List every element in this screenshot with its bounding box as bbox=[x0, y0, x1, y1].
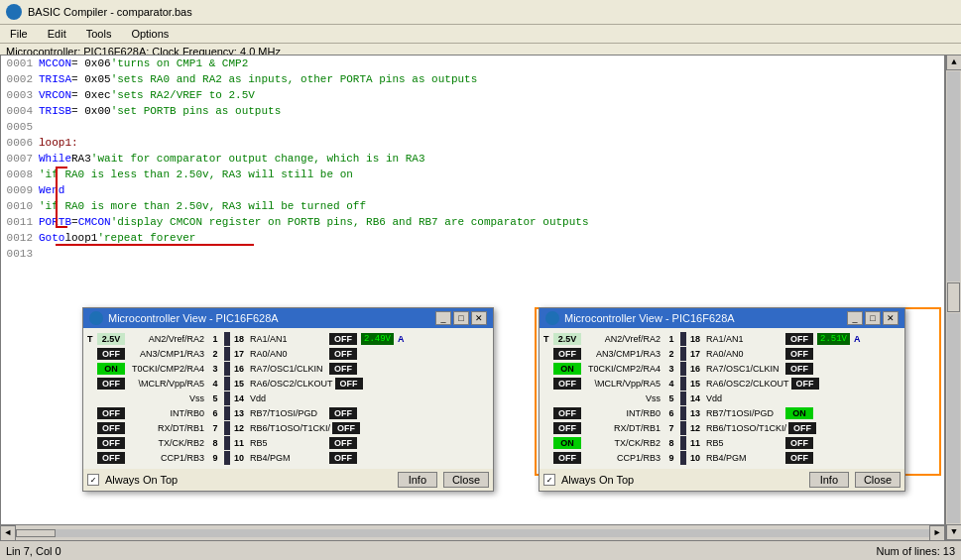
maximize-btn-1[interactable]: □ bbox=[453, 311, 469, 325]
menu-file[interactable]: File bbox=[6, 27, 32, 41]
always-on-top-check-2[interactable]: ✓ bbox=[543, 474, 555, 486]
scroll-right-btn[interactable]: ► bbox=[929, 525, 945, 541]
right-pin-status: OFF bbox=[329, 407, 357, 419]
left-pin-num: 4 bbox=[664, 379, 678, 389]
info-button-1[interactable]: Info bbox=[398, 472, 437, 488]
pin-row: Vss514Vdd bbox=[543, 392, 861, 405]
minimize-btn-1[interactable]: _ bbox=[435, 311, 451, 325]
pin-row: OFFRX/DT/RB1712RB6/T1OSO/T1CKI/OFF bbox=[543, 421, 861, 435]
right-pin-label: RA7/OSC1/CLKIN bbox=[248, 364, 327, 374]
right-pin-status: OFF bbox=[785, 333, 813, 345]
scroll-up-btn[interactable]: ▲ bbox=[946, 55, 961, 70]
code-token: 'repeat forever bbox=[97, 232, 195, 244]
menu-edit[interactable]: Edit bbox=[44, 27, 70, 41]
line-number: 0009 bbox=[1, 184, 39, 196]
right-pin-num: 14 bbox=[232, 393, 246, 403]
code-token: MCCON bbox=[39, 57, 71, 69]
left-pin-num: 2 bbox=[664, 349, 678, 359]
scrollbar-horizontal[interactable]: ◄ ► bbox=[0, 524, 945, 540]
code-token: 'sets RA2/VREF to 2.5V bbox=[111, 89, 255, 101]
scroll-left-btn[interactable]: ◄ bbox=[0, 525, 16, 541]
left-pin-status: 2.5V bbox=[97, 333, 125, 345]
left-pin-label: CCP1/RB3 bbox=[583, 453, 662, 463]
left-pin-num: 1 bbox=[208, 334, 222, 344]
win-controls-1[interactable]: _ □ ✕ bbox=[435, 311, 487, 325]
right-pin-label: RB6/T1OSO/T1CKI/ bbox=[704, 423, 786, 433]
code-token: = 0x06 bbox=[71, 57, 111, 69]
right-pin-status: OFF bbox=[329, 437, 357, 449]
pin-row: OFF\MCLR/Vpp/RA5415RA6/OSC2/CLKOUTOFF bbox=[87, 377, 405, 391]
code-token: Wend bbox=[39, 184, 64, 196]
line-number: 0012 bbox=[1, 232, 39, 244]
left-pin-label: TX/CK/RB2 bbox=[583, 438, 662, 448]
scroll-track[interactable] bbox=[16, 529, 929, 537]
always-on-top-check-1[interactable]: ✓ bbox=[87, 474, 99, 486]
A-label: A bbox=[854, 334, 861, 344]
pin-row: OFFTX/CK/RB2811RB5OFF bbox=[87, 436, 405, 450]
right-pin-label: RA7/OSC1/CLKIN bbox=[704, 364, 783, 374]
left-pin-status: OFF bbox=[553, 422, 581, 434]
scrollbar-vertical[interactable]: ▲ ▼ bbox=[945, 55, 961, 540]
info-button-2[interactable]: Info bbox=[809, 472, 849, 488]
win-controls-2[interactable]: _ □ ✕ bbox=[847, 311, 899, 325]
A-label: A bbox=[398, 334, 405, 344]
code-line: 0008'if RA0 is less than 2.50v, RA3 will… bbox=[1, 167, 944, 182]
maximize-btn-2[interactable]: □ bbox=[865, 311, 881, 325]
left-pin-status: OFF bbox=[97, 452, 125, 464]
left-pin-label: \MCLR/Vpp/RA5 bbox=[583, 379, 662, 389]
line-number: 0013 bbox=[1, 248, 39, 260]
pin-row: OFFCCP1/RB3910RB4/PGMOFF bbox=[87, 451, 405, 465]
close-button-2[interactable]: Close bbox=[855, 472, 901, 488]
right-pin-num: 15 bbox=[688, 379, 702, 389]
scroll-thumb[interactable] bbox=[16, 529, 56, 537]
code-token: PORTB bbox=[39, 216, 71, 228]
always-on-top-label-2: Always On Top bbox=[561, 474, 634, 486]
code-token: While bbox=[39, 153, 71, 165]
code-token: 'if RA0 is less than 2.50v, RA3 will sti… bbox=[39, 168, 353, 180]
code-line: 0009Wend bbox=[1, 182, 944, 198]
right-pin-status: OFF bbox=[332, 422, 360, 434]
right-pin-num: 16 bbox=[232, 364, 246, 374]
code-line: 0013 bbox=[1, 246, 944, 262]
minimize-btn-2[interactable]: _ bbox=[847, 311, 863, 325]
left-pin-label: T0CKI/CMP2/RA4 bbox=[127, 364, 206, 374]
pin-row: Vss514Vdd bbox=[87, 392, 405, 405]
mc-title-2: Microcontroller View - PIC16F628A bbox=[564, 312, 735, 324]
left-pin-label: \MCLR/Vpp/RA5 bbox=[127, 379, 206, 389]
close-button-1[interactable]: Close bbox=[443, 472, 489, 488]
right-pin-num: 18 bbox=[688, 334, 702, 344]
left-pin-status: OFF bbox=[553, 378, 581, 390]
line-number: 0001 bbox=[1, 57, 39, 69]
code-token: TRISA bbox=[39, 73, 71, 85]
scroll-down-btn[interactable]: ▼ bbox=[946, 524, 961, 540]
mc-footer-2: ✓ Always On Top Info Close bbox=[540, 469, 904, 491]
left-pin-label: TX/CK/RB2 bbox=[127, 438, 206, 448]
pin-row: OFFAN3/CMP1/RA3217RA0/AN0OFF bbox=[87, 347, 405, 361]
pin-row: ONT0CKI/CMP2/RA4316RA7/OSC1/CLKINOFF bbox=[543, 362, 861, 376]
right-pin-label: RA6/OSC2/CLKOUT bbox=[704, 379, 789, 389]
code-token: = bbox=[71, 216, 78, 228]
mc-window-2-title: Microcontroller View - PIC16F628A _ □ ✕ bbox=[540, 308, 904, 328]
left-pin-label: INT/RB0 bbox=[583, 408, 662, 418]
right-pin-num: 11 bbox=[688, 438, 702, 448]
line-number: 0005 bbox=[1, 121, 39, 133]
code-line: 0010'if RA0 is more than 2.50v, RA3 will… bbox=[1, 198, 944, 214]
mc-window-2: Microcontroller View - PIC16F628A _ □ ✕ … bbox=[539, 307, 905, 492]
close-btn-2[interactable]: ✕ bbox=[883, 311, 899, 325]
mc-content-2: T2.5VAN2/Vref/RA2118RA1/AN1OFF2.51VAOFFA… bbox=[540, 328, 904, 469]
mc-content-1: T2.5VAN2/Vref/RA2118RA1/AN1OFF2.49VAOFFA… bbox=[83, 328, 493, 469]
left-pin-status: OFF bbox=[97, 407, 125, 419]
close-btn-1[interactable]: ✕ bbox=[471, 311, 487, 325]
code-token: loop1: bbox=[39, 137, 78, 149]
right-pin-label: RB4/PGM bbox=[248, 453, 327, 463]
code-token: TRISB bbox=[39, 105, 71, 117]
right-pin-label: RA1/AN1 bbox=[704, 334, 783, 344]
line-number: 0010 bbox=[1, 200, 39, 212]
menu-options[interactable]: Options bbox=[127, 27, 173, 41]
left-pin-status: OFF bbox=[97, 378, 125, 390]
menu-tools[interactable]: Tools bbox=[82, 27, 116, 41]
line-number: 0007 bbox=[1, 153, 39, 165]
left-pin-label: Vss bbox=[127, 393, 206, 403]
right-pin-status: OFF bbox=[791, 378, 819, 390]
left-pin-status: OFF bbox=[97, 437, 125, 449]
